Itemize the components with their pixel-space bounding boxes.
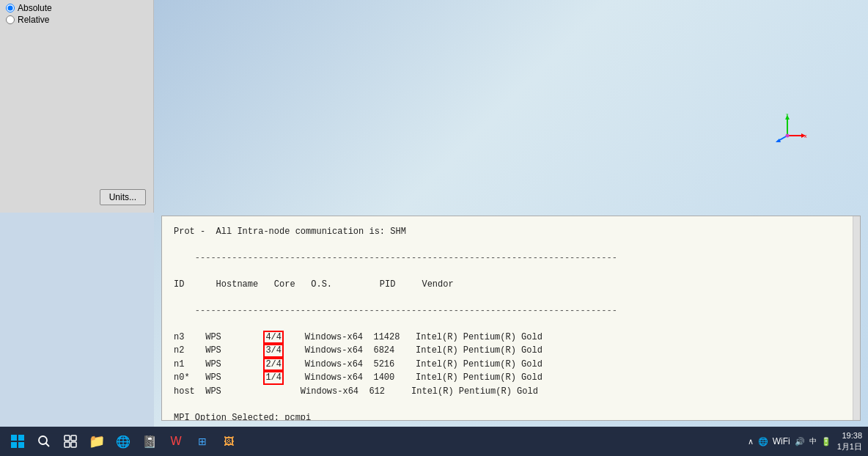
table-row-n0: n0* WPS 1/4 Windows-x64 1400 Intel(R) Pe…: [174, 371, 848, 384]
task-view-icon: [64, 435, 77, 448]
battery-icon[interactable]: 🔋: [821, 437, 831, 446]
blank-line-1: [174, 398, 848, 411]
axes-indicator: x y: [773, 114, 809, 143]
svg-point-35: [39, 436, 47, 444]
tray-icons: ∧ 🌐 WiFi 🔊 中 🔋: [748, 436, 831, 446]
core-highlight-n1: 2/4: [263, 358, 284, 371]
units-btn-container: Units...: [100, 189, 146, 205]
mpi-option-line: MPI Option Selected: pcmpi: [174, 411, 848, 421]
relative-label: Relative: [18, 15, 49, 25]
svg-rect-38: [71, 435, 76, 441]
task-view-button[interactable]: [59, 430, 82, 453]
table-header: ID Hostname Core O.S. PID Vendor: [174, 278, 848, 291]
clock-date: 1月1日: [837, 441, 862, 452]
svg-point-6: [786, 134, 790, 138]
start-button[interactable]: [6, 430, 29, 453]
units-button[interactable]: Units...: [100, 189, 146, 205]
taskbar: 📁 🌐 📓 W ⊞ 🖼 ∧ 🌐 WiFi 🔊 中 🔋 19:38 1月1日: [0, 427, 868, 456]
svg-rect-37: [65, 435, 70, 441]
search-taskbar-button[interactable]: [32, 430, 56, 453]
core-highlight-n0: 1/4: [263, 371, 284, 384]
network-icon[interactable]: 🌐: [758, 437, 768, 446]
table-row-n2: n2 WPS 3/4 Windows-x64 6824 Intel(R) Pen…: [174, 344, 848, 357]
onenote-button[interactable]: 📓: [138, 430, 161, 453]
svg-rect-33: [11, 442, 17, 448]
svg-rect-39: [65, 442, 70, 447]
absolute-radio-item[interactable]: Absolute: [6, 3, 147, 13]
wifi-icon[interactable]: WiFi: [773, 436, 790, 446]
separator-1: ----------------------------------------…: [174, 238, 848, 278]
terminal-panel: Prot - All Intra-node communication is: …: [161, 216, 861, 421]
windows-icon: [10, 434, 25, 449]
svg-rect-34: [18, 442, 24, 448]
system-tray: ∧ 🌐 WiFi 🔊 中 🔋 19:38 1月1日: [748, 430, 862, 453]
search-icon: [37, 435, 51, 448]
prot-line: Prot - All Intra-node communication is: …: [174, 225, 848, 238]
ime-icon[interactable]: 中: [809, 436, 817, 446]
table-row-n1: n1 WPS 2/4 Windows-x64 5216 Intel(R) Pen…: [174, 358, 848, 371]
svg-rect-32: [18, 435, 24, 441]
core-highlight-n3: 4/4: [263, 331, 284, 344]
chevron-up-icon[interactable]: ∧: [748, 437, 754, 446]
volume-icon[interactable]: 🔊: [795, 437, 805, 446]
table-row-n3: n3 WPS 4/4 Windows-x64 11428 Intel(R) Pe…: [174, 331, 848, 344]
edge-browser-button[interactable]: 🌐: [111, 430, 135, 453]
relative-radio-item[interactable]: Relative: [6, 15, 147, 25]
radio-group: Absolute Relative: [6, 3, 147, 25]
clock-time: 19:38: [837, 430, 862, 441]
svg-text:x: x: [804, 133, 807, 139]
table-row-host: host WPS Windows-x64 612 Intel(R) Pentiu…: [174, 385, 848, 398]
file-explorer-button[interactable]: 📁: [85, 430, 108, 453]
absolute-radio[interactable]: [6, 4, 15, 12]
kingsoft-button[interactable]: W: [164, 430, 188, 453]
svg-line-36: [46, 444, 50, 447]
left-panel: Absolute Relative Units...: [0, 0, 154, 213]
app5-button[interactable]: ⊞: [191, 430, 214, 453]
absolute-label: Absolute: [18, 3, 52, 13]
header-separator: ----------------------------------------…: [174, 291, 848, 331]
svg-rect-31: [11, 435, 17, 441]
core-highlight-n2: 3/4: [263, 344, 284, 357]
relative-radio[interactable]: [6, 15, 15, 24]
taskbar-clock[interactable]: 19:38 1月1日: [837, 430, 862, 453]
svg-rect-40: [71, 442, 76, 447]
axes-svg: x y: [773, 114, 809, 143]
app6-button[interactable]: 🖼: [217, 430, 240, 453]
terminal-scrollbar[interactable]: [853, 216, 860, 420]
